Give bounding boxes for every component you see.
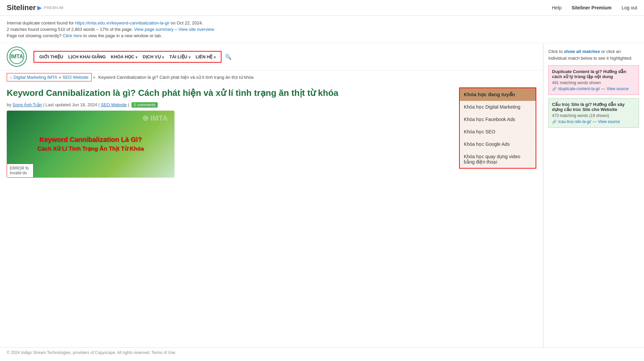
match-link-0: 🔗 /duplicate-content-la-gi/ — View sourc… <box>552 86 635 91</box>
page-preview[interactable]: IMTA GIỚI THIỆU LỊCH KHAI GIẢNG KHÓA HỌC… <box>0 43 543 347</box>
not-showing-prefix: Page not showing correctly? <box>7 33 63 38</box>
menu-item-lien-he[interactable]: LIÊN HỆ <box>196 54 216 59</box>
match-sep-0: — <box>601 86 605 91</box>
image-title1: Keyword Cannibalization Là Gì? <box>39 136 142 143</box>
info-line3: Page not showing correctly? Click here t… <box>7 33 637 38</box>
course-item-2[interactable]: Khóa học SEO <box>460 126 536 138</box>
breadcrumb-sep2: » <box>93 75 95 80</box>
author-link[interactable]: Song Ánh Trần <box>12 102 42 107</box>
article-image: Keyword Cannibalization Là Gì? Cách Xử L… <box>7 111 175 178</box>
imta-menu-box: GIỚI THIỆU LỊCH KHAI GIẢNG KHÓA HỌC DỊCH… <box>34 51 221 63</box>
main-layout: IMTA GIỚI THIỆU LỊCH KHAI GIẢNG KHÓA HỌC… <box>0 43 644 347</box>
course-header: Khóa học đang tuyển <box>460 88 536 101</box>
imta-logo-circle: IMTA <box>7 47 27 67</box>
search-icon[interactable]: 🔍 <box>225 54 232 60</box>
breadcrumb-seo-website[interactable]: SEO Website <box>62 75 89 80</box>
error-line1: ERROR fo <box>10 166 31 171</box>
meta-comment-prefix: | <box>128 102 130 107</box>
nav-premium[interactable]: Siteliner Premium <box>572 5 611 10</box>
not-showing-suffix: to view the page in a new window or tab. <box>83 33 162 38</box>
course-item-0[interactable]: Khóa học Digital Marketing <box>460 101 536 113</box>
breadcrumb-current: Keyword Cannibalization là gì? Cách phát… <box>98 75 253 80</box>
page-url-link[interactable]: https://imta.edu.vn/keyword-cannibalizat… <box>75 20 169 25</box>
info-line1: Internal duplicate content found for htt… <box>7 20 637 25</box>
info-bar: Internal duplicate content found for htt… <box>0 16 644 43</box>
info-suffix: on Oct 22, 2024. <box>171 20 203 25</box>
siteliner-sidebar: Click to show all matches or click an in… <box>543 43 644 347</box>
nav-logout[interactable]: Log out <box>622 5 637 10</box>
breadcrumb-sep1: » <box>59 75 61 80</box>
view-source-link-0[interactable]: View source <box>607 86 629 91</box>
course-item-3[interactable]: Khóa học Google Ads <box>460 138 536 151</box>
dash-sep: – <box>175 27 179 32</box>
match-path-1[interactable]: /cau-truc-silo-la-gi/ <box>558 119 591 124</box>
breadcrumb-bar: ⌂ Digital Marketing IMTA » SEO Website »… <box>0 70 543 84</box>
course-item-1[interactable]: Khóa học Facebook Ads <box>460 113 536 126</box>
menu-item-khoa-hoc[interactable]: KHÓA HỌC <box>111 54 138 59</box>
article-title: Keyword Cannibalization là gì? Cách phát… <box>7 87 452 99</box>
error-line2: Invalid do <box>10 171 31 175</box>
breadcrumb-box: ⌂ Digital Marketing IMTA » SEO Website <box>7 73 92 81</box>
category-link[interactable]: SEO Website <box>101 102 127 107</box>
external-link-icon-1: 🔗 <box>552 120 557 124</box>
menu-item-lich-khai-giang[interactable]: LỊCH KHAI GIẢNG <box>68 54 106 59</box>
imta-watermark: ⊕ IMTA <box>142 114 168 123</box>
view-source-link-1[interactable]: View source <box>598 119 620 124</box>
logo-premium: PREMIUM <box>44 6 64 10</box>
nav-help[interactable]: Help <box>552 5 561 10</box>
info-prefix: Internal duplicate content found for <box>7 20 75 25</box>
instruction-text: Click to <box>548 49 564 54</box>
logo-text: Siteliner <box>7 3 36 12</box>
view-site-overview-link[interactable]: View site overview <box>178 27 214 32</box>
match-card-1[interactable]: Cấu trúc Silo là gì? Hướng dẫn xây dựng … <box>548 98 639 128</box>
menu-item-gioi-thieu[interactable]: GIỚI THIỆU <box>39 54 63 59</box>
course-item-4[interactable]: Khóa học quay dựng video bằng điện thoại <box>460 151 536 168</box>
footer: © 2024 Indigo Stream Technologies, provi… <box>0 347 644 358</box>
show-all-matches-link[interactable]: show all matches <box>564 49 600 54</box>
footer-text: © 2024 Indigo Stream Technologies, provi… <box>7 350 176 355</box>
meta-by: by <box>7 102 12 107</box>
comments-badge[interactable]: 0 comments <box>132 102 157 108</box>
article-main: Keyword Cannibalization là gì? Cách phát… <box>7 87 452 178</box>
imta-nav: IMTA GIỚI THIỆU LỊCH KHAI GIẢNG KHÓA HỌC… <box>0 43 543 70</box>
match-title-1: Cấu trúc Silo là gì? Hướng dẫn xây dựng … <box>552 102 635 112</box>
article-area: Keyword Cannibalization là gì? Cách phát… <box>0 84 543 181</box>
imta-logo-label: IMTA <box>10 54 23 60</box>
logo-arrow-icon: ▶ <box>37 4 42 11</box>
click-here-link[interactable]: Click here <box>63 33 82 38</box>
course-sidebar: Khóa học đang tuyển Khóa học Digital Mar… <box>459 87 536 169</box>
match-path-0[interactable]: /duplicate-content-la-gi/ <box>558 86 600 91</box>
logo: Siteliner ▶ PREMIUM <box>7 3 64 12</box>
external-link-icon-0: 🔗 <box>552 87 557 91</box>
match-link-1: 🔗 /cau-truc-silo-la-gi/ — View source <box>552 119 635 124</box>
match-count-1: 473 matching words (19 shown) <box>552 113 635 118</box>
menu-item-tai-lieu[interactable]: TÀI LIỆU <box>169 54 190 59</box>
error-box: ERROR fo Invalid do <box>7 164 34 178</box>
header: Siteliner ▶ PREMIUM Help Siteliner Premi… <box>0 0 644 16</box>
matches-text: 2 matches found covering 510 of 2,863 wo… <box>7 27 134 32</box>
image-title2: Cách Xử Lí Tình Trạng Ăn Thịt Từ Khóa <box>37 145 144 152</box>
match-sep-1: — <box>593 119 597 124</box>
article-meta: by Song Ánh Trần | Last updated Jun 18, … <box>7 102 452 107</box>
meta-updated: | Last updated Jun 18, 2024 | <box>43 102 101 107</box>
breadcrumb-digital-marketing[interactable]: Digital Marketing IMTA <box>13 75 57 80</box>
sidebar-instruction: Click to show all matches or click an in… <box>548 48 639 61</box>
home-icon: ⌂ <box>10 75 12 80</box>
match-title-0: Duplicate Content là gì? Hướng dẫn cách … <box>552 69 635 79</box>
match-card-0[interactable]: Duplicate Content là gì? Hướng dẫn cách … <box>548 65 639 95</box>
menu-item-dich-vu[interactable]: DỊCH VỤ <box>143 54 164 59</box>
info-line2: 2 matches found covering 510 of 2,863 wo… <box>7 27 637 32</box>
view-page-summary-link[interactable]: View page summary <box>134 27 174 32</box>
imta-logo: IMTA <box>7 47 27 67</box>
match-count-0: 491 matching words shown <box>552 80 635 85</box>
header-nav: Help Siteliner Premium Log out <box>552 5 637 10</box>
